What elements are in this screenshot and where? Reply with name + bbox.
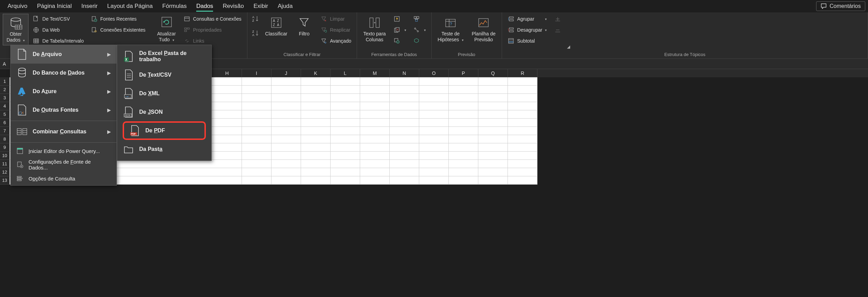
cell[interactable] — [449, 94, 478, 102]
cell[interactable] — [360, 110, 390, 119]
row-header[interactable]: 3 — [0, 94, 10, 102]
menu-from-file[interactable]: De Arquivo ▶ — [11, 45, 116, 64]
cell[interactable] — [360, 94, 390, 102]
tab-review[interactable]: Revisão — [218, 0, 248, 12]
cell[interactable] — [331, 160, 360, 168]
menu-from-database[interactable]: Do Banco de Dados ▶ — [11, 64, 116, 82]
column-header[interactable]: H — [212, 69, 242, 77]
cell[interactable] — [390, 135, 419, 143]
cell[interactable] — [242, 127, 271, 135]
cell[interactable] — [360, 152, 390, 160]
cell[interactable] — [478, 94, 508, 102]
cell[interactable] — [360, 168, 390, 176]
cell[interactable] — [212, 86, 242, 94]
cell[interactable] — [212, 152, 242, 160]
row-header[interactable]: 8 — [0, 135, 10, 143]
filter-button[interactable]: Filtro — [292, 14, 316, 39]
cell[interactable] — [271, 94, 301, 102]
cell[interactable] — [390, 176, 419, 185]
tab-help[interactable]: Ajuda — [273, 0, 297, 12]
menu-pq-editor[interactable]: Iniciar Editor do Power Query... — [11, 144, 116, 158]
tab-formulas[interactable]: Fórmulas — [157, 0, 191, 12]
submenu-json[interactable]: JSON De JSON — [117, 103, 211, 121]
cell[interactable] — [390, 110, 419, 119]
row-header[interactable]: 9 — [0, 143, 10, 152]
row-header[interactable]: 5 — [0, 110, 10, 119]
cell[interactable] — [390, 86, 419, 94]
cell[interactable] — [331, 102, 360, 110]
cell[interactable] — [242, 168, 271, 176]
cell[interactable] — [508, 119, 537, 127]
cell[interactable] — [449, 168, 478, 176]
cell[interactable] — [331, 152, 360, 160]
cell[interactable] — [331, 86, 360, 94]
cell[interactable] — [508, 143, 537, 152]
cell[interactable] — [508, 94, 537, 102]
advanced-filter-button[interactable]: Avançado — [318, 36, 354, 46]
group-button[interactable]: Agrupar▾ — [505, 14, 549, 24]
cell[interactable] — [508, 86, 537, 94]
cell[interactable] — [478, 168, 508, 176]
cell[interactable] — [271, 86, 301, 94]
menu-query-options[interactable]: Opções de Consulta — [11, 172, 116, 185]
cell[interactable] — [419, 160, 449, 168]
cell[interactable] — [271, 127, 301, 135]
cell[interactable] — [212, 119, 242, 127]
column-header[interactable]: L — [331, 69, 360, 77]
cell[interactable] — [390, 77, 419, 86]
submenu-folder[interactable]: Da Pasta — [117, 140, 211, 158]
cell[interactable] — [271, 176, 301, 185]
sort-desc-button[interactable]: ZA — [250, 28, 260, 38]
cell[interactable] — [301, 143, 331, 152]
cell[interactable] — [478, 86, 508, 94]
cell[interactable] — [390, 127, 419, 135]
cell[interactable] — [331, 119, 360, 127]
forecast-sheet-button[interactable]: Planilha de Previsão — [468, 14, 499, 45]
menu-from-azure[interactable]: Do Azure ▶ — [11, 82, 116, 101]
sort-asc-button[interactable]: AZ — [250, 14, 260, 24]
cell[interactable] — [508, 135, 537, 143]
queries-connections-button[interactable]: Consultas e Conexões — [181, 14, 244, 24]
cell[interactable] — [331, 110, 360, 119]
cell[interactable] — [360, 77, 390, 86]
cell[interactable] — [301, 160, 331, 168]
column-header[interactable]: Q — [478, 69, 508, 77]
cell[interactable] — [331, 143, 360, 152]
cell[interactable] — [360, 135, 390, 143]
cell[interactable] — [212, 176, 242, 185]
submenu-pdf[interactable]: PDF De PDF — [117, 121, 211, 140]
cell[interactable] — [360, 86, 390, 94]
cell[interactable] — [242, 135, 271, 143]
cell[interactable] — [419, 176, 449, 185]
cell[interactable] — [508, 127, 537, 135]
cell[interactable] — [212, 168, 242, 176]
column-header[interactable]: M — [360, 69, 390, 77]
menu-combine-queries[interactable]: Combinar Consultas ▶ — [11, 122, 116, 141]
cell[interactable] — [419, 110, 449, 119]
row-header[interactable]: 1 — [0, 77, 10, 86]
cell[interactable] — [301, 102, 331, 110]
tab-insert[interactable]: Inserir — [77, 0, 102, 12]
cell[interactable] — [331, 127, 360, 135]
cell[interactable] — [271, 77, 301, 86]
submenu-xml[interactable]: <●> Do XML — [117, 84, 211, 103]
cell[interactable] — [390, 152, 419, 160]
cell[interactable] — [242, 110, 271, 119]
cell[interactable] — [242, 86, 271, 94]
cell[interactable] — [360, 160, 390, 168]
flash-fill-button[interactable] — [391, 14, 409, 24]
cell[interactable] — [360, 143, 390, 152]
cell[interactable] — [301, 176, 331, 185]
cell[interactable] — [478, 77, 508, 86]
cell[interactable] — [301, 119, 331, 127]
remove-duplicates-button[interactable]: ▾ — [391, 25, 409, 35]
cell[interactable] — [419, 94, 449, 102]
cell[interactable] — [271, 152, 301, 160]
cell[interactable] — [212, 143, 242, 152]
text-to-columns-button[interactable]: Texto para Colunas — [360, 14, 389, 45]
cell[interactable] — [419, 86, 449, 94]
cell[interactable] — [301, 94, 331, 102]
cell[interactable] — [478, 119, 508, 127]
cell[interactable] — [478, 102, 508, 110]
cell[interactable] — [301, 127, 331, 135]
